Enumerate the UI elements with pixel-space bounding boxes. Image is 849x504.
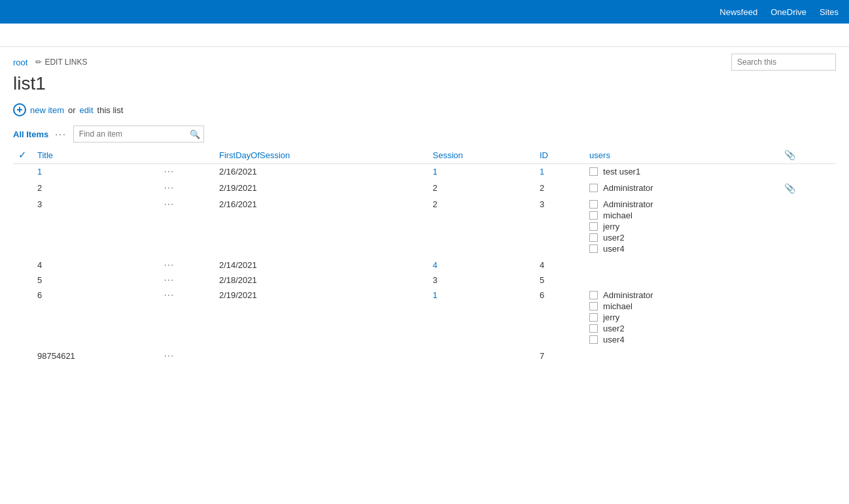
user-item: user2 xyxy=(589,324,774,333)
row-id-cell[interactable]: 1 xyxy=(534,164,584,181)
row-check-cell xyxy=(13,348,32,363)
row-attach-cell xyxy=(779,258,836,273)
user-checkbox[interactable] xyxy=(589,313,598,322)
col-dots xyxy=(159,146,214,164)
attachment-icon: 📎 xyxy=(784,183,795,193)
user-checkbox[interactable] xyxy=(589,184,598,192)
edit-list-link[interactable]: edit xyxy=(80,105,94,115)
breadcrumb-root[interactable]: root xyxy=(13,58,27,67)
row-attach-cell xyxy=(779,164,836,181)
user-name: user4 xyxy=(603,244,625,254)
row-firstday-cell: 2/18/2021 xyxy=(214,273,428,288)
row-firstday-cell: 2/16/2021 xyxy=(214,197,428,258)
table-row: 98754621···7 xyxy=(13,348,836,363)
header-check-icon: ✓ xyxy=(18,149,27,160)
row-firstday-cell: 2/19/2021 xyxy=(214,180,428,197)
user-name: Administrator xyxy=(603,183,653,193)
view-more-dots[interactable]: ··· xyxy=(55,129,67,139)
user-item: Administrator xyxy=(589,199,774,209)
table-row: 3···2/16/202123Administratormichaeljerry… xyxy=(13,197,836,258)
row-id-cell: 4 xyxy=(534,258,584,273)
user-item: user4 xyxy=(589,335,774,344)
table-header-row: ✓ Title FirstDayOfSession Session ID use… xyxy=(13,146,836,164)
user-name: michael xyxy=(603,210,632,220)
row-context-dots[interactable]: ··· xyxy=(159,288,214,348)
user-name: user4 xyxy=(603,335,625,344)
user-name: test user1 xyxy=(603,167,640,176)
row-attach-cell xyxy=(779,288,836,348)
user-checkbox[interactable] xyxy=(589,335,598,344)
row-users-cell xyxy=(584,258,779,273)
row-session-cell[interactable]: 1 xyxy=(428,164,534,181)
row-context-dots[interactable]: ··· xyxy=(159,348,214,363)
row-session-cell: 2 xyxy=(428,180,534,197)
user-name: Administrator xyxy=(603,290,653,300)
edit-links-label: EDIT LINKS xyxy=(44,58,87,67)
row-attach-cell xyxy=(779,197,836,258)
row-context-dots[interactable]: ··· xyxy=(159,258,214,273)
user-name: michael xyxy=(603,301,632,311)
row-check-cell xyxy=(13,164,32,181)
this-list-text: this list xyxy=(97,105,124,115)
row-context-dots[interactable]: ··· xyxy=(159,273,214,288)
row-context-dots[interactable]: ··· xyxy=(159,197,214,258)
row-firstday-cell: 2/16/2021 xyxy=(214,164,428,181)
col-session: Session xyxy=(428,146,534,164)
user-checkbox[interactable] xyxy=(589,200,598,209)
new-item-plus-button[interactable]: + xyxy=(13,103,26,116)
row-context-dots[interactable]: ··· xyxy=(159,164,214,181)
user-checkbox[interactable] xyxy=(589,222,598,231)
row-users-cell xyxy=(584,273,779,288)
user-item: michael xyxy=(589,301,774,311)
user-checkbox[interactable] xyxy=(589,324,598,333)
nav-newsfeed[interactable]: Newsfeed xyxy=(719,7,757,17)
user-checkbox[interactable] xyxy=(589,167,598,176)
row-firstday-cell: 2/14/2021 xyxy=(214,258,428,273)
search-this-input[interactable] xyxy=(731,54,836,71)
row-id-cell: 6 xyxy=(534,288,584,348)
user-checkbox[interactable] xyxy=(589,244,598,253)
table-row: 1···2/16/202111test user1 xyxy=(13,164,836,181)
row-users-cell: Administratormichaeljerryuser2user4 xyxy=(584,197,779,258)
nav-onedrive[interactable]: OneDrive xyxy=(771,7,806,17)
table-row: 2···2/19/202122Administrator📎 xyxy=(13,180,836,197)
col-attach: 📎 xyxy=(779,146,836,164)
row-title-cell: 4 xyxy=(32,258,159,273)
edit-links-button[interactable]: ✏ EDIT LINKS xyxy=(35,58,87,67)
table-row: 4···2/14/202144 xyxy=(13,258,836,273)
row-session-cell[interactable]: 1 xyxy=(428,288,534,348)
user-checkbox[interactable] xyxy=(589,291,598,299)
nav-sites[interactable]: Sites xyxy=(820,7,839,17)
list-table: ✓ Title FirstDayOfSession Session ID use… xyxy=(13,146,836,363)
user-checkbox[interactable] xyxy=(589,211,598,220)
row-session-cell xyxy=(428,348,534,363)
row-title-cell: 98754621 xyxy=(32,348,159,363)
user-name: Administrator xyxy=(603,199,653,209)
row-title-cell: 6 xyxy=(32,288,159,348)
row-session-cell: 3 xyxy=(428,273,534,288)
row-attach-cell xyxy=(779,348,836,363)
row-title-cell[interactable]: 1 xyxy=(32,164,159,181)
user-checkbox[interactable] xyxy=(589,233,598,242)
user-name: user2 xyxy=(603,233,625,243)
all-items-view[interactable]: All Items xyxy=(13,129,48,139)
row-check-cell xyxy=(13,180,32,197)
row-id-cell: 7 xyxy=(534,348,584,363)
row-users-cell: Administrator xyxy=(584,180,779,197)
col-firstday: FirstDayOfSession xyxy=(214,146,428,164)
find-item-input[interactable] xyxy=(73,126,204,143)
row-session-cell[interactable]: 4 xyxy=(428,258,534,273)
user-item: michael xyxy=(589,210,774,220)
user-checkbox[interactable] xyxy=(589,302,598,311)
col-id: ID xyxy=(534,146,584,164)
breadcrumb-left: root ✏ EDIT LINKS xyxy=(13,58,88,67)
row-context-dots[interactable]: ··· xyxy=(159,180,214,197)
row-users-cell: Administratormichaeljerryuser2user4 xyxy=(584,288,779,348)
user-item: user4 xyxy=(589,244,774,254)
row-check-cell xyxy=(13,258,32,273)
table-row: 5···2/18/202135 xyxy=(13,273,836,288)
row-firstday-cell: 2/19/2021 xyxy=(214,288,428,348)
view-bar: All Items ··· 🔍 xyxy=(13,126,836,143)
attach-header-icon: 📎 xyxy=(784,150,795,160)
new-item-link[interactable]: new item xyxy=(30,105,64,115)
